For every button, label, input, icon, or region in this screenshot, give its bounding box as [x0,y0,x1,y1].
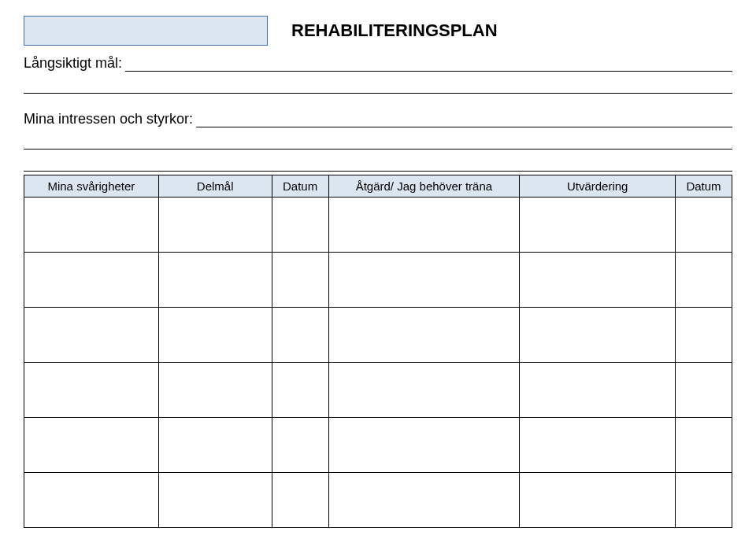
cell-evaluation[interactable] [520,418,676,473]
cell-date1[interactable] [272,473,328,528]
cell-difficulties[interactable] [24,253,159,308]
header-action: Åtgärd/ Jag behöver träna [328,175,520,198]
interests-field: Mina intressen och styrkor: [24,111,732,127]
interests-line[interactable] [196,112,732,127]
cell-subgoal[interactable] [158,308,272,363]
cell-date2[interactable] [676,473,732,528]
cell-date1[interactable] [272,418,328,473]
cell-action[interactable] [328,253,520,308]
long-term-goal-line[interactable] [125,56,732,72]
cell-subgoal[interactable] [158,473,272,528]
cell-action[interactable] [328,363,520,418]
table-row [24,198,732,253]
cell-difficulties[interactable] [24,198,159,253]
cell-date2[interactable] [676,418,732,473]
cell-date1[interactable] [272,198,328,253]
long-term-goal-line2[interactable] [24,73,732,94]
cell-date2[interactable] [676,363,732,418]
cell-difficulties[interactable] [24,363,159,418]
table-row [24,308,732,363]
header-difficulties: Mina svårigheter [24,175,159,198]
cell-evaluation[interactable] [520,198,676,253]
table-row [24,473,732,528]
cell-date1[interactable] [272,308,328,363]
table-header-row: Mina svårigheter Delmål Datum Åtgärd/ Ja… [24,175,732,198]
long-term-goal-label: Långsiktigt mål: [24,55,125,72]
cell-action[interactable] [328,198,520,253]
cell-date1[interactable] [272,363,328,418]
plan-table: Mina svårigheter Delmål Datum Åtgärd/ Ja… [24,175,732,528]
cell-date2[interactable] [676,253,732,308]
cell-evaluation[interactable] [520,308,676,363]
cell-subgoal[interactable] [158,253,272,308]
cell-difficulties[interactable] [24,308,159,363]
title-box [24,16,268,46]
cell-action[interactable] [328,308,520,363]
cell-subgoal[interactable] [158,198,272,253]
cell-subgoal[interactable] [158,418,272,473]
cell-date1[interactable] [272,253,328,308]
interests-line3[interactable] [24,151,732,172]
long-term-goal-field: Långsiktigt mål: [24,55,732,72]
cell-evaluation[interactable] [520,253,676,308]
header-subgoal: Delmål [158,175,272,198]
table-row [24,363,732,418]
header-date1: Datum [272,175,328,198]
cell-difficulties[interactable] [24,473,159,528]
cell-action[interactable] [328,418,520,473]
interests-label: Mina intressen och styrkor: [24,111,196,127]
header-date2: Datum [676,175,732,198]
cell-difficulties[interactable] [24,418,159,473]
cell-date2[interactable] [676,198,732,253]
header-row: REHABILITERINGSPLAN [24,16,732,46]
cell-evaluation[interactable] [520,363,676,418]
cell-action[interactable] [328,473,520,528]
interests-line2[interactable] [24,129,732,150]
table-row [24,253,732,308]
cell-evaluation[interactable] [520,473,676,528]
header-evaluation: Utvärdering [520,175,676,198]
cell-subgoal[interactable] [158,363,272,418]
cell-date2[interactable] [676,308,732,363]
page-title: REHABILITERINGSPLAN [268,16,732,41]
table-row [24,418,732,473]
